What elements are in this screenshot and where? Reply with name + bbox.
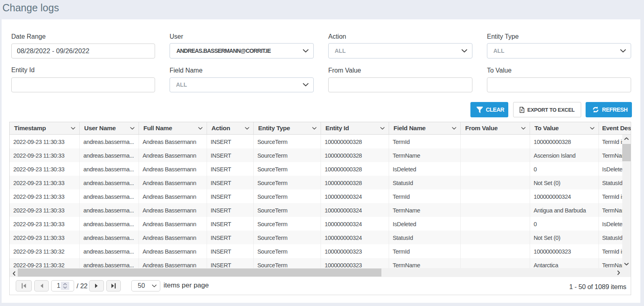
svg-text:x: x [521,108,523,112]
